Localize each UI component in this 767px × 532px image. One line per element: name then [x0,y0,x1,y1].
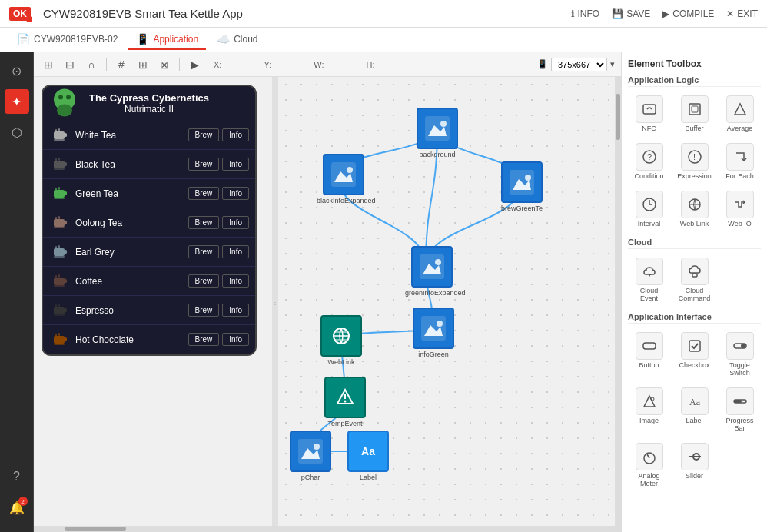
toolbox-item-label[interactable]: AaLabel [673,384,716,436]
toolbar-btn-2[interactable]: ⊟ [61,56,78,73]
svg-rect-36 [55,304,57,308]
toolbar-btn-4[interactable]: # [113,56,130,73]
brew-button[interactable]: Brew [188,245,220,258]
info-button[interactable]: Info [222,274,249,288]
info-button[interactable]: Info [222,128,249,141]
flow-node-greenInfoExpanded[interactable]: greenInfoExpanded [405,246,459,297]
h-input[interactable] [377,60,407,69]
toolbox-item-interval[interactable]: Interval [628,187,670,231]
toolbox-item-expression[interactable]: !Expression [673,139,716,184]
notification-badge: 2 [18,497,28,506]
vertical-scrollbar[interactable] [615,77,621,532]
toolbar-btn-6[interactable]: ⊠ [156,56,173,73]
toolbox-item-nfc[interactable]: NFC [628,91,670,136]
flow-node-blackInfoExpanded[interactable]: blackInfoExpanded [317,154,370,204]
sidebar-icon-cube[interactable]: ⬡ [5,120,29,145]
brew-button[interactable]: Brew [188,187,220,200]
brew-button[interactable]: Brew [188,304,220,317]
brew-button[interactable]: Brew [188,216,220,229]
canvas-content: The Cypress Cybernetics Nutrimatic II Wh… [34,77,621,532]
flow-node-label: Label [360,474,377,481]
horizontal-scrollbar-thumb[interactable] [65,527,126,531]
toolbox-item-checkbox[interactable]: Checkbox [673,328,716,381]
toolbox-item-average[interactable]: Average [719,91,761,136]
flow-node-box: Aa [347,431,389,472]
resize-handle[interactable]: ⋮ [272,77,278,532]
device-icon: 📱 [537,59,548,69]
flow-node-infoGreen[interactable]: infoGreen [413,308,454,358]
toolbox-item-image[interactable]: Image [628,384,670,436]
flow-node-TempEvent[interactable]: TempEvent [324,377,366,427]
brew-button[interactable]: Brew [188,128,220,141]
info-button[interactable]: Info [222,245,249,258]
toolbox-item-condition[interactable]: ?Condition [628,139,670,184]
sidebar-icon-help[interactable]: ? [5,464,29,489]
save-icon: 💾 [612,8,623,19]
flow-canvas[interactable]: backgroundblackInfoExpandedbrewGreenTegr… [278,77,621,532]
toolbox-item-label-average: Average [727,125,752,132]
toolbox-item-slider[interactable]: Slider [673,439,716,491]
flow-node-label: WebLink [328,358,355,366]
horizontal-scrollbar[interactable] [34,526,621,532]
toolbox-grid: Cloud EventCloud Command [628,254,761,306]
svg-rect-18 [54,198,65,199]
y-input[interactable] [274,60,304,69]
tea-name: Oolong Tea [75,218,184,228]
toolbar-btn-5[interactable]: ⊞ [134,56,151,73]
toolbox-item-icon-slider [681,443,709,470]
tab-evb[interactable]: 📄 CYW920819EVB-02 [9,30,125,50]
save-button[interactable]: 💾 SAVE [612,8,650,19]
toolbox-item-analog-meter[interactable]: Analog Meter [628,439,670,491]
brew-button[interactable]: Brew [188,158,220,171]
tea-icon [49,328,71,351]
phone-header-subtitle: Nutrimatic II [89,104,209,115]
toolbox-item-button[interactable]: Button [628,328,670,381]
info-button[interactable]: Info [222,304,249,317]
flow-node-box [417,108,458,149]
toolbox-item-cloud-event[interactable]: Cloud Event [628,254,670,306]
tea-buttons: BrewInfo [188,187,249,200]
flow-node-brewGreenTe[interactable]: brewGreenTe [501,161,543,212]
info-button[interactable]: ℹ INFO [571,8,600,19]
sidebar-icon-nodes[interactable]: ✦ [5,89,29,114]
toolbar-btn-3[interactable]: ∩ [83,56,100,73]
svg-rect-22 [58,216,60,219]
logo[interactable]: OK [9,7,31,21]
toolbar-btn-play[interactable]: ▶ [186,56,203,73]
flow-node-background[interactable]: background [417,108,458,158]
flow-node-Label[interactable]: AaLabel [347,431,389,481]
flow-node-WebLink[interactable]: WebLink [320,315,362,366]
flow-node-pChar[interactable]: pChar [290,431,331,481]
sidebar-icon-home[interactable]: ⊙ [5,58,29,83]
info-button[interactable]: Info [222,216,249,229]
toolbox-item-toggle-switch[interactable]: Toggle Switch [719,328,761,381]
toolbox-item-label-condition: Condition [634,172,663,180]
toolbox-item-buffer[interactable]: Buffer [673,91,716,136]
toolbar-btn-1[interactable]: ⊞ [40,56,57,73]
device-select[interactable]: 375x667 414x896 360x640 [551,58,607,71]
tea-icon [49,182,71,204]
tab-cloud[interactable]: ☁️ Cloud [209,30,265,50]
svg-point-68 [437,321,443,327]
info-button[interactable]: Info [222,333,249,346]
toolbox-item-web-io[interactable]: Web IO [719,187,761,231]
brew-button[interactable]: Brew [188,333,220,346]
toolbox-item-cloud-command[interactable]: Cloud Command [673,254,716,306]
svg-rect-4 [54,131,65,139]
x-input[interactable] [224,60,254,69]
compile-button[interactable]: ▶ COMPILE [662,8,714,19]
exit-button[interactable]: ✕ EXIT [726,8,758,19]
brew-button[interactable]: Brew [188,274,220,288]
info-button[interactable]: Info [222,158,249,171]
toolbox-item-progress-bar[interactable]: Progress Bar [719,384,761,436]
w-input[interactable] [326,60,357,69]
toolbox-item-for-each[interactable]: For Each [719,139,761,184]
vertical-scrollbar-thumb[interactable] [616,94,620,140]
tea-icon [49,299,71,321]
tab-application[interactable]: 📱 Application [128,30,206,50]
svg-rect-23 [54,227,65,228]
svg-rect-29 [54,278,65,285]
info-button[interactable]: Info [222,187,249,200]
tea-icon [49,241,71,263]
toolbox-item-web-link[interactable]: Web Link [673,187,716,231]
